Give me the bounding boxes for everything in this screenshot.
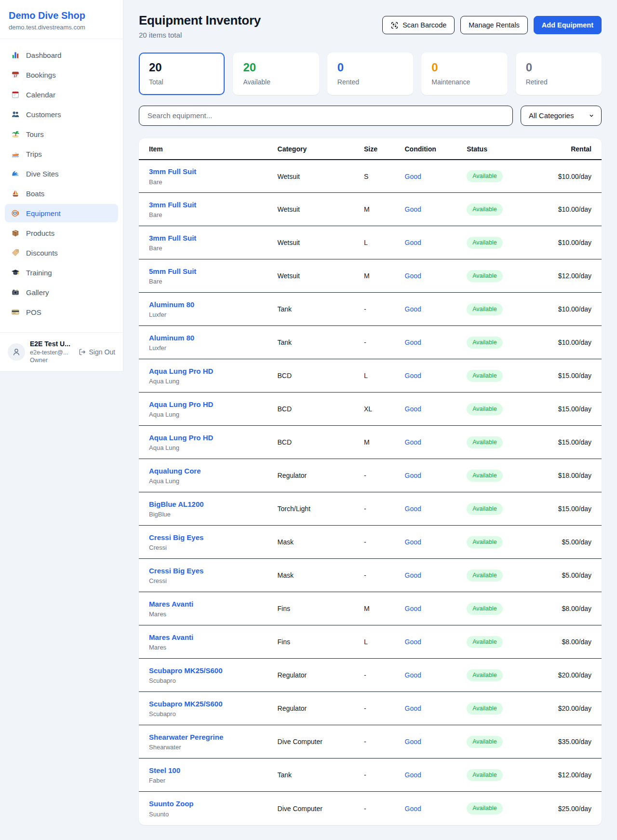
stat-card-maintenance[interactable]: 0 Maintenance <box>421 53 507 95</box>
item-name-link[interactable]: Aluminum 80 <box>149 300 194 310</box>
manage-rentals-button[interactable]: Manage Rentals <box>460 16 528 34</box>
stat-card-rented[interactable]: 0 Rented <box>327 53 413 95</box>
condition-link[interactable]: Good <box>405 771 421 779</box>
user-role: Owner <box>30 356 70 364</box>
sidebar-item-tours[interactable]: Tours <box>5 125 118 143</box>
table-row: Aqualung Core Aqua Lung Regulator - Good… <box>139 459 602 492</box>
condition-link[interactable]: Good <box>405 372 421 379</box>
sidebar-item-label: Bookings <box>26 71 56 79</box>
brand-domain: demo.test.divestreams.com <box>9 24 114 31</box>
item-name-link[interactable]: BigBlue AL1200 <box>149 500 204 509</box>
condition-link[interactable]: Good <box>405 239 421 246</box>
item-name-link[interactable]: Aluminum 80 <box>149 334 194 343</box>
item-name-link[interactable]: Mares Avanti <box>149 633 193 642</box>
stat-card-retired[interactable]: 0 Retired <box>516 53 602 95</box>
item-name-link[interactable]: Steel 100 <box>149 766 180 775</box>
sidebar-item-dashboard[interactable]: Dashboard <box>5 46 118 64</box>
credit-card-icon <box>11 308 20 316</box>
sidebar-item-training[interactable]: Training <box>5 263 118 282</box>
item-name-link[interactable]: 3mm Full Suit <box>149 234 196 243</box>
condition-link[interactable]: Good <box>405 339 421 346</box>
svg-text:17: 17 <box>13 74 17 78</box>
search-input[interactable] <box>139 106 513 126</box>
sidebar-item-trips[interactable]: Trips <box>5 145 118 163</box>
condition-link[interactable]: Good <box>405 305 421 313</box>
item-name-link[interactable]: Aqua Lung Pro HD <box>149 434 213 443</box>
condition-link[interactable]: Good <box>405 505 421 513</box>
status-badge: Available <box>467 203 503 216</box>
wave-icon <box>11 169 20 178</box>
column-header-condition: Condition <box>399 138 461 160</box>
table-row: 3mm Full Suit Bare Wetsuit S Good Availa… <box>139 160 602 193</box>
item-category: Fins <box>272 625 359 659</box>
condition-link[interactable]: Good <box>405 805 421 813</box>
brand-title[interactable]: Demo Dive Shop <box>9 10 114 21</box>
sidebar-item-dive-sites[interactable]: Dive Sites <box>5 164 118 183</box>
sidebar-item-boats[interactable]: Boats <box>5 184 118 203</box>
condition-link[interactable]: Good <box>405 605 421 612</box>
item-category: Dive Computer <box>272 792 359 825</box>
stat-card-available[interactable]: 20 Available <box>233 53 319 95</box>
item-name-link[interactable]: Mares Avanti <box>149 600 193 609</box>
column-header-category: Category <box>272 138 359 160</box>
stat-value: 20 <box>149 61 215 75</box>
sidebar-item-bookings[interactable]: 17 Bookings <box>5 66 118 84</box>
sign-out-button[interactable]: Sign Out <box>79 348 115 356</box>
item-name-link[interactable]: 5mm Full Suit <box>149 267 196 276</box>
item-category: Mask <box>272 559 359 592</box>
item-name-link[interactable]: Cressi Big Eyes <box>149 567 203 576</box>
condition-link[interactable]: Good <box>405 472 421 479</box>
item-brand: Bare <box>149 244 266 252</box>
condition-link[interactable]: Good <box>405 705 421 712</box>
condition-link[interactable]: Good <box>405 638 421 646</box>
item-brand: Aqua Lung <box>149 411 266 418</box>
condition-link[interactable]: Good <box>405 738 421 745</box>
sidebar-item-products[interactable]: Products <box>5 224 118 242</box>
condition-link[interactable]: Good <box>405 438 421 446</box>
condition-link[interactable]: Good <box>405 405 421 413</box>
condition-link[interactable]: Good <box>405 173 421 180</box>
add-equipment-button[interactable]: Add Equipment <box>534 16 602 34</box>
item-name-link[interactable]: 3mm Full Suit <box>149 201 196 210</box>
sidebar-item-equipment[interactable]: Equipment <box>5 204 118 222</box>
stat-card-total[interactable]: 20 Total <box>139 53 225 95</box>
item-brand: Luxfer <box>149 311 266 318</box>
sidebar-item-calendar[interactable]: Calendar <box>5 85 118 104</box>
item-category: BCD <box>272 426 359 459</box>
item-name-link[interactable]: Scubapro MK25/S600 <box>149 666 223 676</box>
stat-label: Retired <box>526 78 591 86</box>
item-brand: Suunto <box>149 811 266 818</box>
table-row: 3mm Full Suit Bare Wetsuit L Good Availa… <box>139 226 602 259</box>
stat-label: Maintenance <box>431 78 497 86</box>
condition-link[interactable]: Good <box>405 538 421 546</box>
sidebar-item-gallery[interactable]: Gallery <box>5 283 118 301</box>
item-size: L <box>358 226 399 259</box>
condition-link[interactable]: Good <box>405 205 421 213</box>
sidebar-item-pos[interactable]: POS <box>5 303 118 321</box>
item-rental-rate: $25.00/day <box>528 792 602 825</box>
condition-link[interactable]: Good <box>405 671 421 679</box>
item-name-link[interactable]: Cressi Big Eyes <box>149 533 203 542</box>
item-name-link[interactable]: 3mm Full Suit <box>149 167 196 176</box>
condition-link[interactable]: Good <box>405 571 421 579</box>
status-badge: Available <box>467 569 503 582</box>
status-badge: Available <box>467 769 503 781</box>
item-name-link[interactable]: Aqua Lung Pro HD <box>149 400 213 409</box>
item-brand: Bare <box>149 211 266 218</box>
item-name-link[interactable]: Aqualung Core <box>149 467 201 476</box>
item-name-link[interactable]: Aqua Lung Pro HD <box>149 367 213 376</box>
status-badge: Available <box>467 436 503 448</box>
item-name-link[interactable]: Shearwater Peregrine <box>149 733 223 742</box>
category-select[interactable]: All Categories <box>521 106 602 126</box>
scan-barcode-button[interactable]: Scan Barcode <box>382 16 455 34</box>
item-rental-rate: $35.00/day <box>528 725 602 759</box>
sidebar-item-discounts[interactable]: Discounts <box>5 244 118 262</box>
table-row: Scubapro MK25/S600 Scubapro Regulator - … <box>139 692 602 725</box>
item-name-link[interactable]: Scubapro MK25/S600 <box>149 700 223 709</box>
item-brand: Luxfer <box>149 344 266 352</box>
brand-block: Demo Dive Shop demo.test.divestreams.com <box>0 0 123 39</box>
condition-link[interactable]: Good <box>405 272 421 280</box>
sidebar-item-customers[interactable]: Customers <box>5 105 118 123</box>
item-name-link[interactable]: Suunto Zoop <box>149 799 193 809</box>
person-icon <box>12 347 21 357</box>
